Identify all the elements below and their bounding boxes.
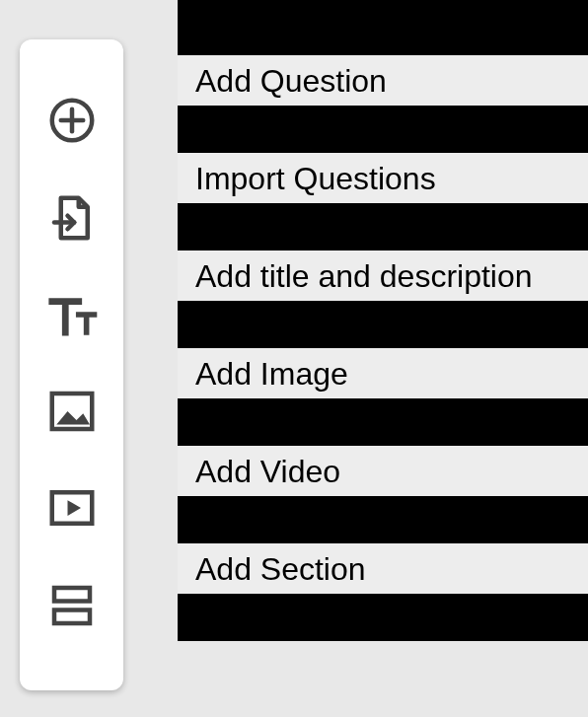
floating-toolbar (20, 39, 123, 690)
add-image-button[interactable] (40, 382, 104, 445)
import-questions-button[interactable] (40, 188, 104, 251)
image-icon (45, 385, 99, 442)
add-video-button[interactable] (40, 478, 104, 541)
label-add-question: Add Question (178, 55, 588, 106)
label-add-title: Add title and description (178, 251, 588, 301)
divider-bar (178, 398, 588, 446)
divider-bar (178, 301, 588, 348)
svg-rect-5 (54, 588, 90, 602)
label-add-video: Add Video (178, 446, 588, 496)
text-icon (45, 288, 99, 345)
label-add-section: Add Section (178, 543, 588, 594)
divider-bar (178, 106, 588, 153)
add-section-button[interactable] (40, 576, 104, 639)
plus-circle-icon (45, 94, 99, 151)
section-icon (45, 579, 99, 636)
divider-bar (178, 0, 588, 55)
add-title-button[interactable] (40, 285, 104, 348)
svg-rect-6 (54, 609, 90, 623)
divider-bar (178, 203, 588, 251)
label-import-questions: Import Questions (178, 153, 588, 203)
file-import-icon (45, 191, 99, 249)
label-add-image: Add Image (178, 348, 588, 398)
add-question-button[interactable] (40, 91, 104, 154)
divider-bar (178, 496, 588, 543)
video-icon (45, 481, 99, 538)
label-column: Add Question Import Questions Add title … (178, 0, 588, 717)
divider-bar (178, 594, 588, 641)
